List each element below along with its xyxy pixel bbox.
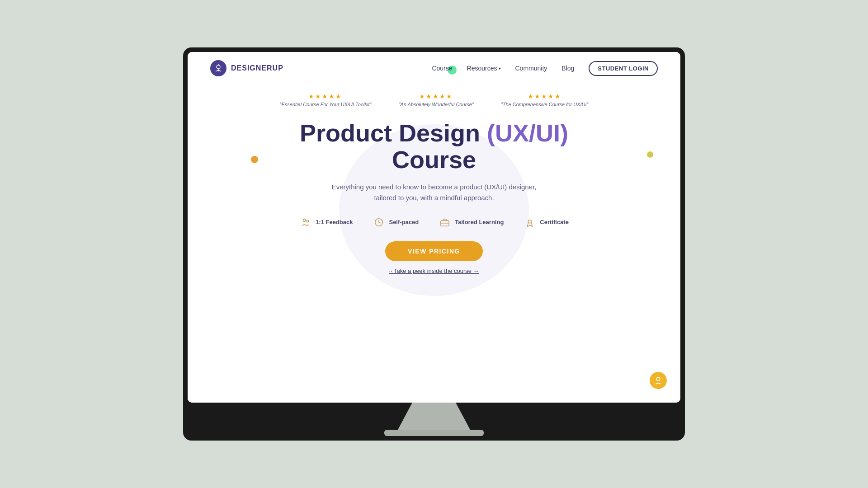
svg-point-4	[307, 220, 309, 222]
chevron-down-icon: ▾	[499, 66, 501, 71]
stars-1: ★★★★★	[308, 93, 342, 100]
view-pricing-button[interactable]: VIEW PRICING	[385, 241, 483, 261]
monitor: DESIGNERUP Course Resources ▾ Community …	[183, 47, 685, 441]
feature-feedback-label: 1:1 Feedback	[316, 219, 353, 225]
logo-icon	[210, 60, 226, 76]
features-row: 1:1 Feedback Self-paced	[215, 216, 653, 229]
student-login-button[interactable]: STUDENT LOGIN	[589, 61, 658, 76]
nav-resources[interactable]: Resources ▾	[467, 65, 501, 72]
nav-course[interactable]: Course	[432, 65, 452, 72]
certificate-icon	[524, 216, 536, 229]
dot-gold-bottom	[650, 372, 667, 389]
cta-section: VIEW PRICING ·· Take a peek inside the c…	[215, 241, 653, 274]
logo-area[interactable]: DESIGNERUP	[210, 60, 283, 76]
hero-title-part1: Product Design	[300, 119, 487, 146]
monitor-stand	[398, 403, 470, 430]
feature-certificate: Certificate	[524, 216, 569, 229]
screen-content: DESIGNERUP Course Resources ▾ Community …	[188, 52, 680, 403]
svg-point-0	[217, 65, 220, 69]
peek-inside-link[interactable]: ·· Take a peek inside the course →	[389, 267, 479, 274]
navbar: DESIGNERUP Course Resources ▾ Community …	[188, 52, 680, 84]
logo-text: DESIGNERUP	[231, 64, 283, 72]
hero-title-part2: (UX/UI)	[487, 119, 568, 146]
dot-orange-left	[251, 156, 258, 163]
feature-selfpaced-label: Self-paced	[389, 219, 419, 225]
hero-title: Product Design (UX/UI) Course	[215, 120, 653, 174]
feature-tailored-label: Tailored Learning	[455, 219, 504, 225]
stars-2: ★★★★★	[419, 93, 453, 100]
feature-feedback: 1:1 Feedback	[299, 216, 353, 229]
review-item-1: ★★★★★ "Essential Course For Your UX/UI T…	[280, 93, 372, 107]
review-text-1: "Essential Course For Your UX/UI Toolkit…	[280, 102, 372, 107]
feature-selfpaced: Self-paced	[373, 216, 419, 229]
hero-subtitle: Everything you need to know to become a …	[321, 182, 547, 203]
nav-links: Course Resources ▾ Community Blog STUDEN…	[432, 61, 658, 76]
dot-yellow-mid	[647, 151, 653, 158]
reviews-section: ★★★★★ "Essential Course For Your UX/UI T…	[188, 84, 680, 111]
svg-point-9	[656, 377, 660, 381]
feature-tailored: Tailored Learning	[439, 216, 504, 229]
hero-title-part3: Course	[392, 146, 476, 173]
review-text-2: "An Absolutely Wonderful Course"	[398, 102, 473, 107]
clock-icon	[373, 216, 385, 229]
briefcase-icon	[439, 216, 451, 229]
person-icon	[299, 216, 312, 229]
feature-certificate-label: Certificate	[540, 219, 569, 225]
review-text-3: "The Comprehensive Course for UX/UI"	[501, 102, 589, 107]
svg-point-3	[303, 219, 306, 221]
nav-blog[interactable]: Blog	[561, 65, 574, 72]
review-item-2: ★★★★★ "An Absolutely Wonderful Course"	[398, 93, 473, 107]
monitor-screen: DESIGNERUP Course Resources ▾ Community …	[188, 52, 680, 403]
hero-section: Product Design (UX/UI) Course Everything…	[188, 111, 680, 279]
review-item-3: ★★★★★ "The Comprehensive Course for UX/U…	[501, 93, 589, 107]
svg-point-8	[528, 220, 532, 223]
nav-community[interactable]: Community	[515, 65, 547, 72]
stars-3: ★★★★★	[528, 93, 561, 100]
monitor-base	[384, 430, 484, 436]
